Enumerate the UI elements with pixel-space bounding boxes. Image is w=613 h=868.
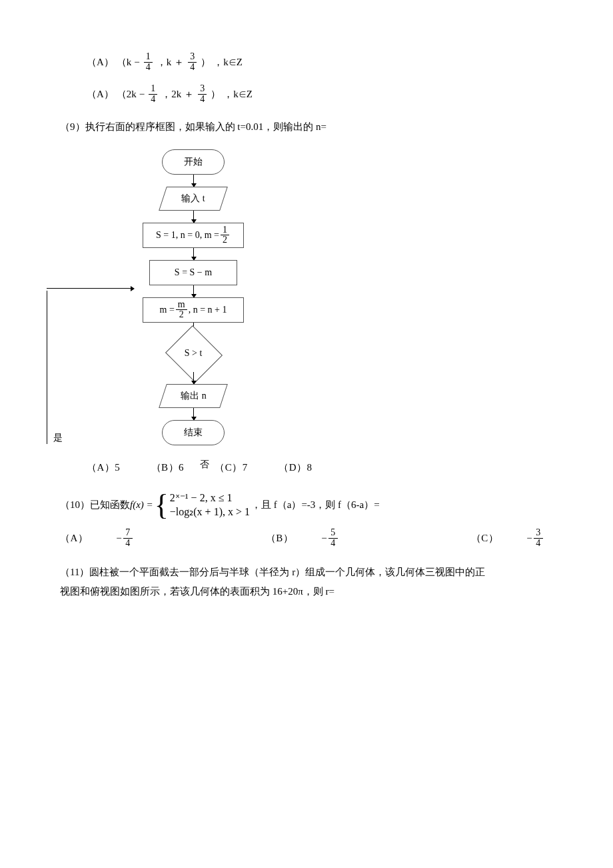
- frac-1-4: 1 4: [149, 84, 157, 104]
- q9-ans-c: （C）7: [215, 462, 248, 473]
- yes-label: 是: [53, 429, 63, 446]
- flow-step1: S = S − m: [149, 260, 237, 285]
- q10-ans-a: （A） −74: [60, 528, 217, 548]
- opt-text: ，k∈Z: [213, 53, 243, 71]
- q9-ans-d: （D）8: [279, 462, 312, 473]
- brace-icon: {: [155, 492, 169, 519]
- q9-ans-b: （B）6: [151, 462, 185, 473]
- case2: −log₂(x + 1), x > 1: [170, 505, 250, 519]
- q9-answers: （A）5 （B）6 （C）7 （D）8: [87, 459, 560, 477]
- opt-label: （A）: [87, 85, 114, 103]
- opt-text: （k: [117, 53, 132, 71]
- flow-decision: S > t: [167, 335, 220, 372]
- cases: 2ˣ⁻¹ − 2, x ≤ 1 −log₂(x + 1), x > 1: [170, 491, 250, 519]
- q10-ans-c: （C） −34: [471, 528, 613, 548]
- q9-text: （9）执行右面的程序框图，如果输入的 t=0.01，则输出的 n=: [60, 118, 560, 136]
- q9-ans-a: （A）5: [87, 462, 120, 473]
- frac-3-4: 3 4: [198, 84, 207, 104]
- loop-line-top: [47, 288, 133, 289]
- arrow-icon: [193, 372, 194, 384]
- q10-answers: （A） −74 （B） −54 （C） −34 （D） −14: [60, 528, 560, 548]
- loop-line: [47, 291, 134, 444]
- minus: −: [139, 85, 145, 103]
- opt-text: ，2k: [161, 85, 181, 103]
- arrow-icon: [193, 285, 194, 297]
- flow-end: 结束: [162, 420, 225, 445]
- q10-mid: ，且 f（a）=-3，则 f（6-a）=: [251, 496, 380, 514]
- case1: 2ˣ⁻¹ − 2, x ≤ 1: [170, 491, 250, 505]
- flow-init: S = 1, n = 0, m = 1 2: [143, 223, 244, 248]
- arrow-icon: [193, 211, 194, 223]
- q10-line: （10）已知函数 f(x) = { 2ˣ⁻¹ − 2, x ≤ 1 −log₂(…: [60, 491, 560, 519]
- minus: −: [134, 53, 139, 71]
- neg-frac: −34: [526, 528, 598, 548]
- neg-frac: −74: [116, 528, 188, 548]
- opt-text: ）: [201, 53, 211, 71]
- frac-3-4: 3 4: [188, 52, 197, 72]
- piecewise: { 2ˣ⁻¹ − 2, x ≤ 1 −log₂(x + 1), x > 1: [155, 491, 250, 519]
- q10-func: f(x) =: [130, 496, 153, 514]
- neg-frac: −54: [321, 528, 393, 548]
- no-label: 否: [200, 456, 209, 473]
- opt-text: （2k: [117, 85, 137, 103]
- flow-start: 开始: [162, 149, 225, 175]
- arrow-icon: [193, 248, 194, 260]
- frac-half: 1 2: [221, 225, 229, 245]
- flow-step2: m = m 2 , n = n + 1: [143, 297, 244, 323]
- plus: ＋: [174, 53, 184, 71]
- q8-option-b: （A） （2k − 1 4 ，2k ＋ 3 4 ） ，k∈Z: [87, 84, 560, 104]
- plus: ＋: [184, 85, 194, 103]
- opt-text: ，k∈Z: [223, 85, 253, 103]
- flow-output: 输出 n: [159, 384, 228, 408]
- frac-m2: m 2: [176, 300, 187, 320]
- loop-arrowhead-icon: [131, 286, 135, 291]
- q8-option-a: （A） （k − 1 4 ，k ＋ 3 4 ） ，k∈Z: [87, 52, 560, 72]
- q11-line2: 视图和俯视图如图所示，若该几何体的表面积为 16+20π，则 r=: [60, 583, 560, 601]
- q11-line1: （11）圆柱被一个平面截去一部分后与半球（半径为 r）组成一个几何体，该几何体三…: [60, 563, 560, 581]
- arrow-icon: [193, 408, 194, 420]
- opt-label: （A）: [87, 53, 114, 71]
- flowchart: 是 开始 输入 t S = 1, n = 0, m = 1 2 S = S − …: [93, 149, 560, 445]
- flow-input: 输入 t: [159, 187, 228, 211]
- arrow-icon: [193, 175, 194, 187]
- q10-prefix: （10）已知函数: [60, 496, 130, 514]
- frac-1-4: 1 4: [144, 52, 153, 72]
- opt-text: ，k: [157, 53, 172, 71]
- q10-ans-b: （B） −54: [266, 528, 422, 548]
- opt-text: ）: [211, 85, 221, 103]
